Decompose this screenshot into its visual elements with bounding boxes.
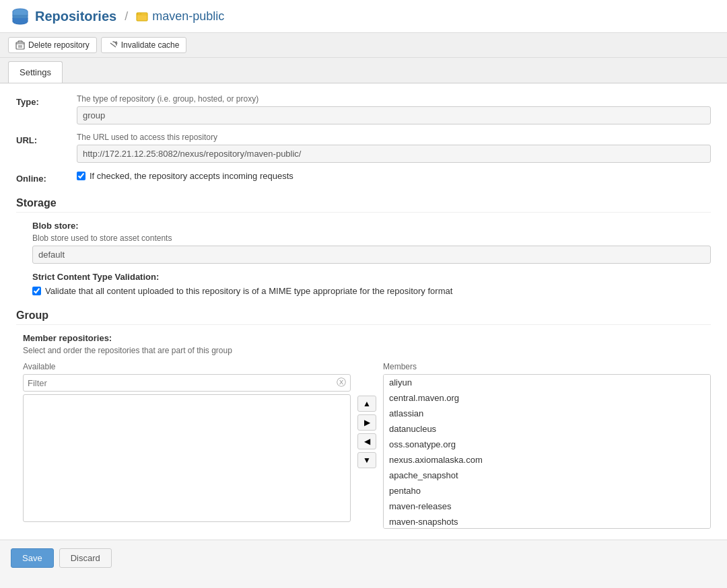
members-list[interactable]: aliyuncentral.maven.orgatlassiandatanucl… <box>383 374 711 529</box>
folder-icon <box>136 10 148 22</box>
url-desc: The URL used to access this repository <box>77 133 711 142</box>
transfer-buttons: ▲ ▶ ◀ ▼ <box>351 362 383 468</box>
url-field-row: URL: The URL used to access this reposit… <box>16 133 711 163</box>
type-field-row: Type: The type of repository (i.e. group… <box>16 94 711 124</box>
blob-label: Blob store: <box>32 221 711 231</box>
invalidate-icon <box>108 40 118 50</box>
filter-input-wrap: ⓧ <box>23 374 351 392</box>
main-content: Type: The type of repository (i.e. group… <box>0 83 727 540</box>
list-item[interactable]: oss.sonatype.org <box>384 437 710 452</box>
type-body: The type of repository (i.e. group, host… <box>77 94 711 124</box>
filter-input[interactable] <box>28 378 337 388</box>
blob-field-row: Blob store: Blob store used to store ass… <box>16 221 711 264</box>
header: Repositories / maven-public <box>0 0 727 33</box>
page-title: Repositories <box>35 9 116 24</box>
strict-label: Strict Content Type Validation: <box>32 272 711 282</box>
save-button[interactable]: Save <box>11 548 54 568</box>
blob-desc: Blob store used to store asset contents <box>32 233 711 243</box>
list-item[interactable]: atlassian <box>384 406 710 421</box>
list-item[interactable]: pentaho <box>384 483 710 499</box>
storage-section: Storage Blob store: Blob store used to s… <box>16 197 711 296</box>
member-label: Member repositories: <box>23 333 711 343</box>
move-left-button[interactable]: ◀ <box>357 433 376 449</box>
move-right-button[interactable]: ▶ <box>357 414 376 431</box>
invalidate-cache-button[interactable]: Invalidate cache <box>101 37 187 53</box>
list-item[interactable]: nexus.axiomalaska.com <box>384 452 710 468</box>
type-value: group <box>77 106 711 124</box>
tab-settings[interactable]: Settings <box>8 61 63 83</box>
group-section: Group Member repositories: Select and or… <box>16 309 711 529</box>
filter-clear-icon[interactable]: ⓧ <box>337 377 346 389</box>
member-desc: Select and order the repositories that a… <box>23 346 711 355</box>
move-up-button[interactable]: ▲ <box>357 396 376 412</box>
type-label: Type: <box>16 94 77 107</box>
available-label: Available <box>23 362 351 371</box>
list-item[interactable]: maven-releases <box>384 499 710 514</box>
online-field-row: Online: If checked, the repository accep… <box>16 171 711 184</box>
url-label: URL: <box>16 133 77 145</box>
members-label: Members <box>383 362 711 371</box>
strict-field-row: Strict Content Type Validation: Validate… <box>16 272 711 296</box>
url-value: http://172.21.12.25:8082/nexus/repositor… <box>77 145 711 163</box>
blob-value: default <box>32 246 711 264</box>
type-desc: The type of repository (i.e. group, host… <box>77 94 711 104</box>
tabs-bar: Settings <box>0 58 727 83</box>
list-item[interactable]: central.maven.org <box>384 390 710 406</box>
members-panel: Members aliyuncentral.maven.orgatlassian… <box>383 362 711 529</box>
list-item[interactable]: aliyun <box>384 375 710 390</box>
storage-section-title: Storage <box>16 197 711 213</box>
online-label: Online: <box>16 171 77 184</box>
blob-body: Blob store: Blob store used to store ass… <box>32 221 711 264</box>
svg-line-10 <box>110 43 116 47</box>
online-desc: If checked, the repository accepts incom… <box>90 171 293 181</box>
online-body: If checked, the repository accepts incom… <box>77 171 711 181</box>
database-icon <box>11 7 30 26</box>
strict-body: Strict Content Type Validation: Validate… <box>32 272 711 296</box>
list-item[interactable]: datanucleus <box>384 421 710 437</box>
footer-bar: Save Discard <box>0 540 727 576</box>
move-down-button[interactable]: ▼ <box>357 452 376 468</box>
group-section-title: Group <box>16 309 711 325</box>
delete-icon <box>15 40 25 50</box>
available-list[interactable] <box>23 394 351 522</box>
breadcrumb-item: maven-public <box>136 9 224 24</box>
delete-repository-button[interactable]: Delete repository <box>8 37 97 53</box>
discard-button[interactable]: Discard <box>59 548 112 568</box>
online-checkbox[interactable] <box>77 172 85 180</box>
list-item[interactable]: maven-snapshots <box>384 514 710 529</box>
url-body: The URL used to access this repository h… <box>77 133 711 163</box>
toolbar: Delete repository Invalidate cache <box>0 33 727 58</box>
list-item[interactable]: apache_snapshot <box>384 468 710 483</box>
breadcrumb-separator: / <box>125 9 128 24</box>
strict-desc: Validate that all content uploaded to th… <box>45 286 452 296</box>
strict-checkbox[interactable] <box>32 287 41 295</box>
available-panel: Available ⓧ <box>23 362 351 522</box>
